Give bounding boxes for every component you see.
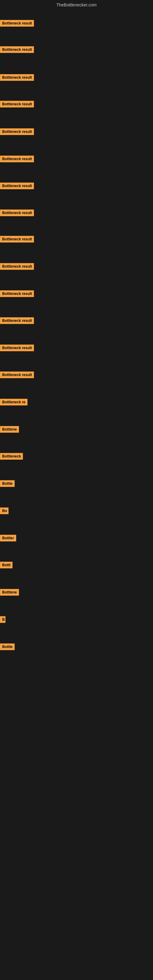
bottleneck-badge-17: Bottleneck	[0, 453, 23, 460]
bottleneck-badge-2: Bottleneck result	[0, 46, 34, 53]
bottleneck-badge-12: Bottleneck result	[0, 317, 34, 324]
bottleneck-result-item-16[interactable]: Bottlene	[0, 426, 19, 434]
bottleneck-result-item-22[interactable]: Bottlene	[0, 589, 19, 597]
bottleneck-result-item-14[interactable]: Bottleneck result	[0, 371, 34, 379]
bottleneck-result-item-1[interactable]: Bottleneck result	[0, 20, 34, 28]
bottleneck-result-item-23[interactable]: B	[0, 616, 5, 624]
bottleneck-result-item-13[interactable]: Bottleneck result	[0, 345, 34, 353]
bottleneck-badge-22: Bottlene	[0, 589, 19, 596]
bottleneck-result-item-6[interactable]: Bottleneck result	[0, 156, 34, 164]
bottleneck-result-item-9[interactable]: Bottleneck result	[0, 236, 34, 244]
bottleneck-badge-19: Bo	[0, 508, 9, 514]
bottleneck-result-item-12[interactable]: Bottleneck result	[0, 317, 34, 325]
bottleneck-result-item-17[interactable]: Bottleneck	[0, 453, 23, 461]
bottleneck-result-item-21[interactable]: Bottl	[0, 562, 13, 570]
bottleneck-result-item-15[interactable]: Bottleneck re	[0, 399, 27, 407]
bottleneck-badge-7: Bottleneck result	[0, 183, 34, 189]
bottleneck-result-item-19[interactable]: Bo	[0, 508, 9, 515]
bottleneck-result-item-11[interactable]: Bottleneck result	[0, 290, 34, 298]
bottleneck-result-item-7[interactable]: Bottleneck result	[0, 183, 34, 191]
bottleneck-badge-11: Bottleneck result	[0, 290, 34, 297]
bottleneck-badge-13: Bottleneck result	[0, 345, 34, 351]
bottleneck-badge-8: Bottleneck result	[0, 210, 34, 216]
bottleneck-badge-24: Bottle	[0, 643, 15, 650]
bottleneck-result-item-20[interactable]: Bottler	[0, 535, 16, 542]
bottleneck-result-item-24[interactable]: Bottle	[0, 643, 15, 651]
bottleneck-badge-3: Bottleneck result	[0, 74, 34, 81]
bottleneck-badge-21: Bottl	[0, 562, 13, 568]
bottleneck-result-item-10[interactable]: Bottleneck result	[0, 263, 34, 271]
bottleneck-badge-9: Bottleneck result	[0, 236, 34, 243]
bottleneck-badge-18: Bottle	[0, 480, 15, 487]
bottleneck-badge-15: Bottleneck re	[0, 399, 27, 406]
bottleneck-badge-16: Bottlene	[0, 426, 19, 433]
bottleneck-badge-14: Bottleneck result	[0, 371, 34, 378]
bottleneck-result-item-3[interactable]: Bottleneck result	[0, 74, 34, 82]
bottleneck-badge-10: Bottleneck result	[0, 263, 34, 270]
site-title: TheBottlenecker.com	[0, 0, 153, 9]
bottleneck-badge-4: Bottleneck result	[0, 101, 34, 108]
bottleneck-badge-23: B	[0, 616, 5, 623]
bottleneck-result-item-2[interactable]: Bottleneck result	[0, 46, 34, 54]
bottleneck-result-item-5[interactable]: Bottleneck result	[0, 128, 34, 136]
bottleneck-result-item-18[interactable]: Bottle	[0, 480, 15, 488]
bottleneck-badge-5: Bottleneck result	[0, 128, 34, 135]
bottleneck-result-item-8[interactable]: Bottleneck result	[0, 210, 34, 218]
bottleneck-badge-1: Bottleneck result	[0, 20, 34, 27]
bottleneck-badge-6: Bottleneck result	[0, 156, 34, 162]
bottleneck-result-item-4[interactable]: Bottleneck result	[0, 101, 34, 109]
bottleneck-badge-20: Bottler	[0, 535, 16, 541]
